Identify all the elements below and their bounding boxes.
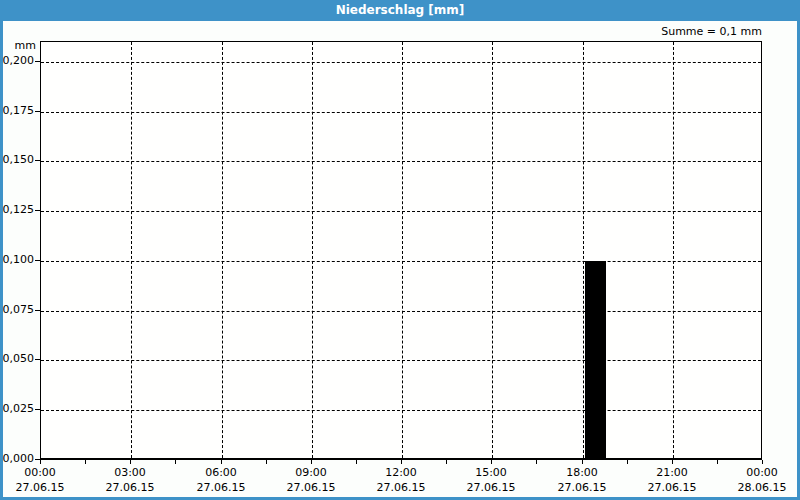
plot-area	[40, 41, 762, 460]
gridline-vertical	[222, 42, 223, 458]
x-tick-date: 28.06.15	[720, 480, 800, 495]
gridline-vertical	[402, 42, 403, 458]
y-tick-mark	[35, 310, 40, 311]
y-tick-label: 0,050	[0, 352, 34, 366]
x-tick-mark	[446, 460, 447, 464]
x-tick-time: 15:00	[449, 465, 533, 480]
x-tick-time: 00:00	[720, 465, 800, 480]
y-tick-label: 0,025	[0, 402, 34, 416]
x-tick-mark	[536, 460, 537, 464]
gridline-vertical	[583, 42, 584, 458]
x-tick-mark	[175, 460, 176, 464]
x-tick-date: 27.06.15	[88, 480, 172, 495]
gridline-horizontal	[41, 360, 761, 361]
gridline-vertical	[131, 42, 132, 458]
x-tick-date: 27.06.15	[359, 480, 443, 495]
y-tick-label: 0,200	[0, 54, 34, 68]
x-tick-time: 21:00	[630, 465, 714, 480]
x-tick-label: 00:0028.06.15	[720, 465, 800, 495]
x-tick-mark	[762, 460, 763, 464]
gridline-horizontal	[41, 62, 761, 63]
y-tick-label: 0,150	[0, 153, 34, 167]
x-tick-date: 27.06.15	[179, 480, 263, 495]
chart-window: Niederschlag [mm] Summe = 0,1 mm mm 0,20…	[0, 0, 800, 500]
x-tick-label: 12:0027.06.15	[359, 465, 443, 495]
x-tick-mark	[491, 460, 492, 464]
x-tick-date: 27.06.15	[269, 480, 353, 495]
y-axis: 0,2000,1750,1500,1250,1000,0750,0500,025…	[0, 41, 40, 460]
x-tick-label: 21:0027.06.15	[630, 465, 714, 495]
y-tick-mark	[35, 359, 40, 360]
y-tick-label: 0,100	[0, 253, 34, 267]
x-tick-time: 12:00	[359, 465, 443, 480]
y-tick-mark	[35, 61, 40, 62]
precipitation-bar	[585, 261, 606, 458]
x-tick-mark	[672, 460, 673, 464]
x-tick-mark	[356, 460, 357, 464]
gridline-vertical	[673, 42, 674, 458]
chart-title: Niederschlag [mm]	[336, 3, 465, 17]
x-tick-time: 00:00	[0, 465, 82, 480]
sum-label: Summe = 0,1 mm	[661, 25, 762, 38]
x-tick-label: 03:0027.06.15	[88, 465, 172, 495]
y-tick-mark	[35, 260, 40, 261]
x-axis: 00:0027.06.1503:0027.06.1506:0027.06.150…	[40, 460, 762, 498]
window-border-left	[0, 21, 3, 500]
x-tick-label: 09:0027.06.15	[269, 465, 353, 495]
x-tick-label: 18:0027.06.15	[540, 465, 624, 495]
gridline-horizontal	[41, 112, 761, 113]
x-tick-mark	[221, 460, 222, 464]
y-tick-mark	[35, 111, 40, 112]
y-tick-label: 0,075	[0, 303, 34, 317]
y-tick-label: 0,000	[0, 452, 34, 466]
x-tick-label: 06:0027.06.15	[179, 465, 263, 495]
x-tick-time: 18:00	[540, 465, 624, 480]
y-tick-mark	[35, 160, 40, 161]
gridline-vertical	[492, 42, 493, 458]
y-tick-mark	[35, 409, 40, 410]
gridline-horizontal	[41, 311, 761, 312]
x-tick-time: 03:00	[88, 465, 172, 480]
chart-title-bar: Niederschlag [mm]	[0, 0, 800, 21]
y-tick-label: 0,175	[0, 104, 34, 118]
gridline-horizontal	[41, 161, 761, 162]
x-tick-mark	[717, 460, 718, 464]
x-tick-mark	[582, 460, 583, 464]
x-tick-label: 00:0027.06.15	[0, 465, 82, 495]
y-tick-label: 0,125	[0, 203, 34, 217]
x-tick-time: 09:00	[269, 465, 353, 480]
x-tick-mark	[311, 460, 312, 464]
y-tick-mark	[35, 210, 40, 211]
x-tick-label: 15:0027.06.15	[449, 465, 533, 495]
x-tick-date: 27.06.15	[630, 480, 714, 495]
x-tick-date: 27.06.15	[0, 480, 82, 495]
x-tick-mark	[130, 460, 131, 464]
gridline-horizontal	[41, 261, 761, 262]
x-tick-mark	[266, 460, 267, 464]
x-tick-time: 06:00	[179, 465, 263, 480]
gridline-horizontal	[41, 410, 761, 411]
x-tick-date: 27.06.15	[540, 480, 624, 495]
x-tick-mark	[401, 460, 402, 464]
gridline-vertical	[312, 42, 313, 458]
x-tick-mark	[85, 460, 86, 464]
x-tick-mark	[627, 460, 628, 464]
gridline-horizontal	[41, 211, 761, 212]
x-tick-mark	[40, 460, 41, 464]
x-tick-date: 27.06.15	[449, 480, 533, 495]
